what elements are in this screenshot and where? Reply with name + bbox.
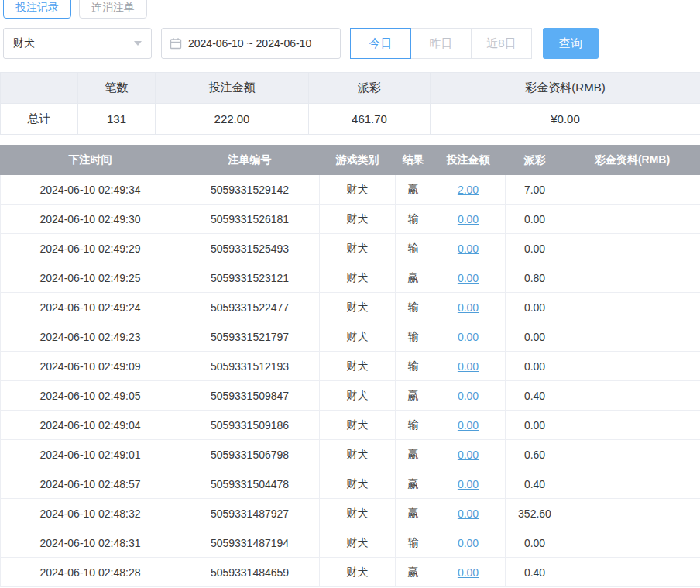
bonus-cell (564, 205, 700, 234)
bonus-cell (564, 175, 700, 205)
table-row: 2024-06-10 02:49:345059331529142财犬赢2.007… (1, 175, 700, 205)
bet-time-cell: 2024-06-10 02:49:30 (1, 205, 180, 234)
bet-amount-cell: 0.00 (431, 293, 506, 322)
payout-cell: 0.00 (506, 528, 564, 558)
order-id-cell: 5059331529142 (180, 175, 320, 205)
bonus-cell (564, 469, 700, 499)
game-type-cell: 财犬 (320, 499, 396, 528)
bet-time-cell: 2024-06-10 02:48:57 (1, 469, 180, 499)
date-range-input[interactable]: 2024-06-10 ~ 2024-06-10 (161, 28, 341, 59)
bet-amount-cell: 0.00 (431, 322, 506, 352)
table-row: 2024-06-10 02:49:015059331506798财犬赢0.000… (1, 440, 700, 469)
order-id-cell: 5059331522477 (180, 293, 320, 322)
bet-amount-link[interactable]: 0.00 (458, 507, 479, 520)
game-select[interactable]: 财犬 (3, 28, 152, 59)
game-type-cell: 财犬 (320, 411, 396, 440)
game-type-cell: 财犬 (320, 293, 396, 322)
table-row: 2024-06-10 02:49:295059331525493财犬输0.000… (1, 234, 700, 263)
order-id-cell: 5059331487194 (180, 528, 320, 558)
search-button[interactable]: 查询 (543, 28, 599, 59)
table-row: 2024-06-10 02:49:245059331522477财犬输0.000… (1, 293, 700, 322)
bet-amount-cell: 0.00 (431, 234, 506, 263)
bet-amount-link[interactable]: 0.00 (458, 566, 479, 579)
records-header-row: 下注时间 注单编号 游戏类别 结果 投注金额 派彩 彩金资料(RMB) (1, 146, 700, 175)
bonus-cell (564, 381, 700, 411)
payout-cell: 0.40 (506, 469, 564, 499)
header-bet-time: 下注时间 (1, 146, 180, 175)
summary-header-count: 笔数 (78, 73, 156, 104)
header-payout: 派彩 (506, 146, 564, 175)
payout-cell: 7.00 (506, 175, 564, 205)
bet-amount-link[interactable]: 0.00 (458, 360, 479, 373)
bet-time-cell: 2024-06-10 02:48:32 (1, 499, 180, 528)
game-type-cell: 财犬 (320, 352, 396, 381)
bet-amount-cell: 2.00 (431, 175, 506, 205)
summary-header-blank (1, 73, 78, 104)
bonus-cell (564, 263, 700, 293)
order-id-cell: 5059331504478 (180, 469, 320, 499)
bet-amount-link[interactable]: 0.00 (458, 390, 479, 402)
bet-amount-link[interactable]: 0.00 (458, 419, 479, 432)
bet-amount-link[interactable]: 0.00 (458, 242, 479, 255)
payout-cell: 0.00 (506, 293, 564, 322)
bet-amount-cell: 0.00 (431, 205, 506, 234)
game-type-cell: 财犬 (320, 205, 396, 234)
bet-amount-link[interactable]: 0.00 (458, 213, 479, 225)
summary-header-row: 笔数 投注金额 派彩 彩金资料(RMB) (1, 73, 700, 104)
bet-amount-cell: 0.00 (431, 558, 506, 587)
bet-amount-link[interactable]: 0.00 (458, 272, 479, 284)
bonus-cell (564, 558, 700, 587)
bet-amount-cell: 0.00 (431, 411, 506, 440)
game-type-cell: 财犬 (320, 175, 396, 205)
bet-amount-link[interactable]: 0.00 (458, 301, 479, 314)
yesterday-button[interactable]: 昨日 (410, 28, 472, 59)
summary-bet-amount-value: 222.00 (156, 104, 309, 135)
today-button[interactable]: 今日 (350, 28, 411, 59)
header-bet-amount: 投注金额 (431, 146, 506, 175)
bet-time-cell: 2024-06-10 02:49:04 (1, 411, 180, 440)
bet-amount-link[interactable]: 0.00 (458, 537, 479, 549)
payout-cell: 0.60 (506, 440, 564, 469)
order-id-cell: 5059331506798 (180, 440, 320, 469)
result-cell: 输 (396, 205, 431, 234)
summary-total-row: 总计 131 222.00 461.70 ¥0.00 (1, 104, 700, 135)
tab-bet-records[interactable]: 投注记录 (3, 0, 71, 19)
header-bonus: 彩金资料(RMB) (564, 146, 700, 175)
bonus-cell (564, 411, 700, 440)
bet-amount-link[interactable]: 0.00 (458, 331, 479, 343)
header-game-type: 游戏类别 (320, 146, 396, 175)
bet-time-cell: 2024-06-10 02:49:34 (1, 175, 180, 205)
last-8-days-button[interactable]: 近8日 (471, 28, 532, 59)
summary-table: 笔数 投注金额 派彩 彩金资料(RMB) 总计 131 222.00 461.7… (0, 72, 700, 135)
order-id-cell: 5059331526181 (180, 205, 320, 234)
result-cell: 输 (396, 528, 431, 558)
payout-cell: 0.00 (506, 352, 564, 381)
order-id-cell: 5059331523121 (180, 263, 320, 293)
payout-cell: 0.40 (506, 381, 564, 411)
table-row: 2024-06-10 02:49:045059331509186财犬输0.000… (1, 411, 700, 440)
game-select-value: 财犬 (13, 36, 35, 50)
bet-amount-cell: 0.00 (431, 263, 506, 293)
records-table: 下注时间 注单编号 游戏类别 结果 投注金额 派彩 彩金资料(RMB) 2024… (0, 145, 700, 587)
order-id-cell: 5059331509847 (180, 381, 320, 411)
calendar-icon (170, 37, 182, 50)
bet-time-cell: 2024-06-10 02:48:28 (1, 558, 180, 587)
bet-amount-link[interactable]: 0.00 (458, 449, 479, 461)
summary-total-label: 总计 (1, 104, 78, 135)
summary-payout-value: 461.70 (309, 104, 431, 135)
payout-cell: 352.60 (506, 499, 564, 528)
bet-amount-link[interactable]: 0.00 (458, 478, 479, 490)
payout-cell: 0.80 (506, 263, 564, 293)
bet-amount-link[interactable]: 2.00 (458, 184, 479, 196)
date-range-value: 2024-06-10 ~ 2024-06-10 (188, 37, 311, 50)
result-cell: 赢 (396, 440, 431, 469)
bet-amount-cell: 0.00 (431, 499, 506, 528)
bet-time-cell: 2024-06-10 02:48:31 (1, 528, 180, 558)
bet-amount-cell: 0.00 (431, 352, 506, 381)
tab-chain-cancel-orders[interactable]: 连消注单 (79, 0, 147, 19)
bonus-cell (564, 499, 700, 528)
game-type-cell: 财犬 (320, 381, 396, 411)
betting-records-page: 投注记录 连消注单 财犬 2024-06-10 ~ 2024-06-10 今日 … (0, 0, 700, 587)
bet-time-cell: 2024-06-10 02:49:09 (1, 352, 180, 381)
payout-cell: 0.00 (506, 205, 564, 234)
